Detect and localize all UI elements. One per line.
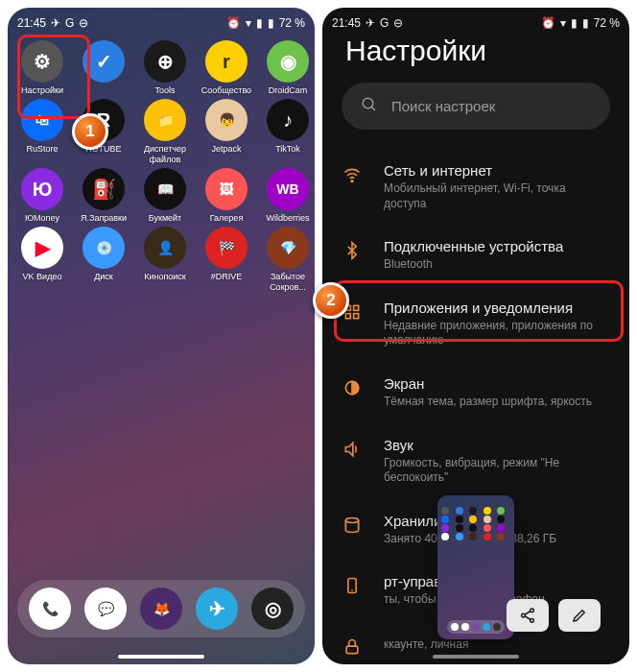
settings-search[interactable]: Поиск настроек [342, 83, 610, 130]
app-label: RuStore [14, 144, 70, 154]
app-Jetpack[interactable]: 👦Jetpack [198, 99, 255, 164]
app-item[interactable]: 💬 [84, 588, 127, 630]
app-RuStore[interactable]: 🛍RuStore [13, 99, 71, 164]
app-icon: ✓ [83, 40, 125, 83]
status-time: 21:45 [17, 16, 46, 30]
settings-item-subtitle: Недавние приложения, приложения по умолч… [384, 319, 610, 348]
app-Забытое Сокров...[interactable]: 💎Забытое Сокров... [259, 227, 315, 292]
app-icon: ⛽ [83, 168, 125, 210]
app-label: VK Видео [14, 272, 70, 281]
app-icon: r [205, 40, 248, 83]
app-icon: ⊕ [144, 40, 186, 83]
app-label: Jetpack [199, 144, 254, 154]
svg-rect-5 [345, 313, 350, 318]
app-Я.Заправки[interactable]: ⛽Я.Заправки [75, 168, 132, 223]
settings-item-subtitle: Тёмная тема, размер шрифта, яркость [384, 395, 610, 410]
phone-home-screen: 21:45 ✈ G ⊖ ⏰ ▾ ▮ ▮ 72 % ⚙Настройки✓⊕Too… [8, 8, 315, 664]
settings-item-subtitle: Мобильный интернет, Wi-Fi, точка доступа [384, 181, 610, 211]
recent-preview[interactable] [437, 495, 514, 639]
app-icon: ✈ [196, 588, 238, 630]
settings-item-subtitle: Громкость, вибрация, режим "Не беспокоит… [384, 456, 610, 486]
settings-item-1[interactable]: Подключенные устройстваBluetooth [322, 225, 629, 286]
phone-settings-screen: 21:45 ✈G⊖ ⏰▾▮▮ 72 % Настройки Поиск наст… [322, 8, 629, 664]
app-item[interactable]: ◎ [251, 588, 294, 630]
app-label: DroidCam [260, 85, 315, 95]
app-label: Забытое Сокров... [260, 272, 315, 292]
app-label: Диспетчер файлов [137, 144, 193, 164]
settings-item-2[interactable]: Приложения и уведомленияНедавние приложе… [322, 286, 629, 362]
svg-line-16 [525, 616, 531, 620]
app-Галерея[interactable]: 🖼Галерея [198, 168, 255, 223]
alarm-icon: ⏰ [226, 16, 241, 30]
app-icon: 💬 [84, 588, 127, 630]
settings-item-4[interactable]: ЗвукГромкость, вибрация, режим "Не беспо… [322, 423, 629, 499]
app-Tools[interactable]: ⊕Tools [136, 40, 194, 95]
app-label: Букмейт [137, 213, 193, 223]
signal-icon: ▮ [256, 16, 263, 30]
app-icon: 💎 [267, 227, 309, 269]
settings-item-title: Звук [384, 437, 610, 453]
display-icon [342, 377, 363, 398]
settings-item-3[interactable]: ЭкранТёмная тема, размер шрифта, яркость [322, 362, 629, 423]
battery-icon: ▮ [268, 16, 274, 30]
status-bar: 21:45 ✈G⊖ ⏰▾▮▮ 72 % [322, 8, 629, 35]
telegram-icon: ✈ [51, 16, 60, 30]
battery-percent: 72 % [279, 16, 305, 30]
svg-line-15 [525, 612, 531, 615]
app-label: ЮMoney [14, 213, 70, 223]
dock: 📞💬🦊✈◎ [17, 580, 305, 637]
app-icon: 👤 [144, 227, 186, 269]
app-label: Tools [137, 85, 193, 95]
status-time: 21:45 [332, 16, 361, 30]
app-icon: Ю [21, 168, 63, 210]
app-#DRIVE[interactable]: 🏁#DRIVE [198, 227, 255, 292]
app-item[interactable]: 🦊 [140, 588, 182, 630]
svg-line-1 [371, 107, 375, 110]
app-Сообщество[interactable]: rСообщество [198, 40, 255, 95]
nav-pill [118, 655, 204, 659]
app-icon: 📖 [144, 168, 186, 210]
status-bar: 21:45 ✈ G ⊖ ⏰ ▾ ▮ ▮ 72 % [8, 8, 315, 35]
app-icon: 🖼 [205, 168, 248, 210]
app-Диспетчер файлов[interactable]: 📁Диспетчер файлов [136, 99, 194, 164]
search-placeholder: Поиск настроек [391, 98, 495, 114]
app-VK Видео[interactable]: ▶VK Видео [13, 227, 71, 292]
app-item[interactable]: ✓ [75, 40, 132, 95]
app-grid: ⚙Настройки✓⊕ToolsrСообщество◉DroidCam🛍Ru… [8, 35, 315, 298]
app-icon: 🛍 [21, 99, 63, 141]
app-DroidCam[interactable]: ◉DroidCam [259, 40, 315, 95]
app-Кинопоиск[interactable]: 👤Кинопоиск [136, 227, 194, 292]
google-icon: G [65, 16, 74, 30]
battery-percent: 72 % [594, 16, 620, 30]
app-ЮMoney[interactable]: ЮЮMoney [13, 168, 71, 223]
app-icon: ◉ [267, 40, 309, 83]
app-label: Сообщество [199, 85, 254, 95]
svg-point-8 [345, 517, 358, 522]
app-icon: ◎ [251, 588, 294, 630]
settings-item-0[interactable]: Сеть и интернетМобильный интернет, Wi-Fi… [322, 149, 629, 225]
app-Wildberries[interactable]: WBWildberries [259, 168, 315, 223]
app-TikTok[interactable]: ♪TikTok [259, 99, 315, 164]
app-Настройки[interactable]: ⚙Настройки [13, 40, 71, 95]
share-button[interactable] [507, 599, 549, 632]
wifi-icon [342, 164, 363, 185]
app-Диск[interactable]: 💿Диск [75, 227, 132, 292]
svg-point-0 [363, 98, 373, 108]
settings-item-title: Сеть и интернет [384, 162, 610, 179]
app-Букмейт[interactable]: 📖Букмейт [136, 168, 194, 223]
app-label: Я.Заправки [76, 213, 131, 223]
app-label: #DRIVE [199, 272, 254, 281]
settings-item-subtitle: ккаунте, личная [384, 637, 610, 653]
app-icon: ♪ [267, 99, 309, 141]
app-item[interactable]: 📞 [29, 588, 71, 630]
app-icon: 💿 [83, 227, 125, 269]
settings-item-title: Экран [384, 375, 610, 392]
search-icon [361, 96, 378, 116]
settings-item-title: Приложения и уведомления [384, 300, 610, 316]
svg-rect-6 [354, 313, 359, 318]
edit-button[interactable] [558, 599, 601, 632]
app-item[interactable]: ✈ [196, 588, 238, 630]
app-icon: 👦 [205, 99, 248, 141]
app-label: Настройки [14, 85, 70, 95]
sound-icon [342, 439, 363, 460]
